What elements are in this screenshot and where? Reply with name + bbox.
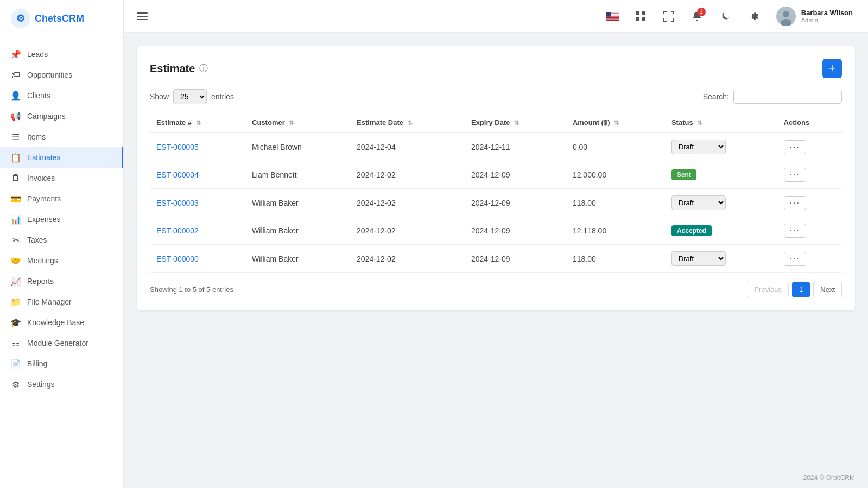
- sort-icon-estimate_date: ⇅: [408, 119, 413, 126]
- status-select-0[interactable]: DraftSentAcceptedDeclined: [671, 140, 726, 154]
- estimates-table: Estimate # ⇅Customer ⇅Estimate Date ⇅Exp…: [150, 113, 842, 273]
- expenses-icon: 📊: [11, 214, 21, 224]
- fullscreen-button[interactable]: [659, 7, 679, 26]
- sidebar-item-settings[interactable]: ⚙ Settings: [0, 374, 123, 395]
- sidebar-item-leads[interactable]: 📌 Leads: [0, 44, 123, 65]
- fullscreen-icon: [663, 11, 674, 22]
- expiry-date-2: 2024-12-09: [465, 189, 566, 217]
- sidebar-label-module-generator: Module Generator: [27, 339, 88, 347]
- action-button-4[interactable]: ···: [784, 252, 806, 266]
- sort-icon-amount: ⇅: [614, 119, 619, 126]
- user-info: Barbara Wilson Admin: [801, 9, 853, 23]
- sidebar-item-billing[interactable]: 📄 Billing: [0, 353, 123, 374]
- user-name: Barbara Wilson: [801, 9, 853, 17]
- previous-page-button[interactable]: Previous: [747, 282, 789, 297]
- file-manager-icon: 📁: [11, 297, 21, 307]
- actions-0: ···: [777, 132, 842, 161]
- sidebar-item-file-manager[interactable]: 📁 File Manager: [0, 291, 123, 312]
- search-input[interactable]: [733, 90, 842, 104]
- settings-button[interactable]: [744, 7, 763, 26]
- table-row: EST-000000William Baker2024-12-022024-12…: [150, 245, 842, 273]
- sidebar-item-knowledge-base[interactable]: 🎓 Knowledge Base: [0, 312, 123, 333]
- notifications-button[interactable]: 1: [687, 7, 707, 26]
- estimate-link-0[interactable]: EST-000005: [156, 143, 199, 151]
- svg-rect-9: [606, 12, 611, 17]
- status-select-4[interactable]: DraftSentAcceptedDeclined: [671, 251, 726, 266]
- col-header-estimate_date[interactable]: Estimate Date ⇅: [350, 113, 465, 132]
- logo[interactable]: ⚙ ChetsCRM: [0, 0, 123, 37]
- avatar: [776, 7, 796, 26]
- moon-icon: [720, 11, 731, 22]
- page-header: Estimate ⓘ +: [150, 59, 842, 78]
- estimate-link-3[interactable]: EST-000002: [156, 226, 199, 235]
- estimate-num-1: EST-000004: [150, 161, 245, 189]
- user-profile[interactable]: Barbara Wilson Admin: [772, 4, 857, 28]
- estimate-num-4: EST-000000: [150, 245, 245, 273]
- col-header-status[interactable]: Status ⇅: [665, 113, 777, 132]
- sidebar-item-payments[interactable]: 💳 Payments: [0, 188, 123, 209]
- sidebar-item-taxes[interactable]: ✂ Taxes: [0, 230, 123, 250]
- estimate-date-3: 2024-12-02: [350, 217, 465, 245]
- sidebar-label-invoices: Invoices: [27, 174, 55, 182]
- gear-icon: [748, 11, 759, 22]
- info-icon[interactable]: ⓘ: [199, 63, 208, 74]
- page-title-row: Estimate ⓘ: [150, 62, 208, 75]
- action-button-3[interactable]: ···: [784, 224, 806, 238]
- estimates-card: Estimate ⓘ + Show 25 10 50 100 entries: [137, 46, 855, 310]
- table-row: EST-000003William Baker2024-12-022024-12…: [150, 189, 842, 217]
- amount-1: 12,000.00: [566, 161, 665, 189]
- sidebar-item-reports[interactable]: 📈 Reports: [0, 271, 123, 291]
- sidebar-item-estimates[interactable]: 📋 Estimates: [0, 147, 123, 168]
- col-header-expiry_date[interactable]: Expiry Date ⇅: [465, 113, 566, 132]
- sidebar-item-invoices[interactable]: 🗒 Invoices: [0, 168, 123, 188]
- svg-rect-7: [606, 18, 619, 18]
- status-badge-1: Sent: [671, 169, 696, 180]
- payments-icon: 💳: [11, 194, 21, 204]
- status-select-2[interactable]: DraftSentAcceptedDeclined: [671, 195, 726, 210]
- actions-2: ···: [777, 189, 842, 217]
- sidebar-item-opportunities[interactable]: 🏷 Opportunities: [0, 65, 123, 85]
- svg-rect-6: [606, 16, 619, 17]
- entries-per-page-select[interactable]: 25 10 50 100: [173, 89, 207, 104]
- action-button-2[interactable]: ···: [784, 196, 806, 210]
- footer: 2024 © OrbitCRM: [124, 467, 868, 488]
- sidebar-label-file-manager: File Manager: [27, 297, 72, 306]
- language-selector[interactable]: [603, 7, 622, 26]
- estimate-link-4[interactable]: EST-000000: [156, 255, 199, 263]
- col-header-amount[interactable]: Amount ($) ⇅: [566, 113, 665, 132]
- add-estimate-button[interactable]: +: [822, 59, 842, 78]
- footer-text: 2024 © OrbitCRM: [803, 474, 855, 481]
- sort-icon-estimate_num: ⇅: [196, 119, 201, 126]
- col-header-customer[interactable]: Customer ⇅: [245, 113, 350, 132]
- sidebar-item-expenses[interactable]: 📊 Expenses: [0, 209, 123, 230]
- sidebar-label-meetings: Meetings: [27, 256, 58, 265]
- table-header: Estimate # ⇅Customer ⇅Estimate Date ⇅Exp…: [150, 113, 842, 132]
- estimate-link-1[interactable]: EST-000004: [156, 170, 199, 179]
- sidebar-item-clients[interactable]: 👤 Clients: [0, 85, 123, 106]
- estimate-link-2[interactable]: EST-000003: [156, 199, 199, 207]
- col-header-estimate_num[interactable]: Estimate # ⇅: [150, 113, 245, 132]
- col-header-actions[interactable]: Actions: [777, 113, 842, 132]
- meetings-icon: 🤝: [11, 256, 21, 265]
- action-button-0[interactable]: ···: [784, 140, 806, 154]
- svg-rect-11: [642, 11, 645, 15]
- expiry-date-1: 2024-12-09: [465, 161, 566, 189]
- items-icon: ☰: [11, 132, 21, 142]
- svg-point-15: [783, 11, 789, 17]
- page-1-button[interactable]: 1: [792, 282, 810, 297]
- actions-3: ···: [777, 217, 842, 245]
- sidebar-item-module-generator[interactable]: ⚏ Module Generator: [0, 333, 123, 353]
- sidebar-label-estimates: Estimates: [27, 153, 60, 162]
- entries-label: entries: [211, 92, 234, 101]
- next-page-button[interactable]: Next: [813, 282, 842, 297]
- sidebar-item-campaigns[interactable]: 📢 Campaigns: [0, 106, 123, 126]
- table-row: EST-000005Michael Brown2024-12-042024-12…: [150, 132, 842, 161]
- apps-button[interactable]: [631, 7, 650, 26]
- svg-rect-12: [636, 17, 639, 21]
- dark-mode-button[interactable]: [715, 7, 735, 26]
- customer-2: William Baker: [245, 189, 350, 217]
- menu-toggle-button[interactable]: [135, 10, 150, 22]
- sidebar-item-items[interactable]: ☰ Items: [0, 126, 123, 147]
- sidebar-item-meetings[interactable]: 🤝 Meetings: [0, 250, 123, 271]
- action-button-1[interactable]: ···: [784, 168, 806, 182]
